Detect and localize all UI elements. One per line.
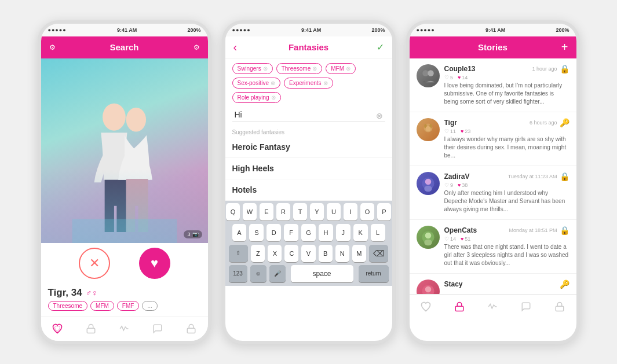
filter-icon[interactable]: ⚙ bbox=[49, 43, 56, 52]
story-couple13[interactable]: Couple13 1 hour ago 🔒 ♡ 5 ♥ 14 I love be… bbox=[410, 58, 576, 112]
back-icon[interactable]: ‹ bbox=[233, 41, 238, 54]
key-n[interactable]: N bbox=[335, 245, 349, 262]
add-story-icon[interactable]: + bbox=[561, 41, 568, 54]
avatar-stacy bbox=[417, 280, 440, 295]
key-y[interactable]: Y bbox=[310, 203, 324, 220]
time-2: 9:41 AM bbox=[301, 27, 321, 33]
dislike-button[interactable]: ✕ bbox=[79, 248, 110, 279]
key-b[interactable]: B bbox=[319, 245, 333, 262]
suggestion-heroic[interactable]: Heroic Fantasy bbox=[225, 137, 392, 158]
key-e[interactable]: E bbox=[260, 203, 273, 220]
lock-opencats: 🔒 bbox=[560, 226, 569, 235]
kb-row-1: Q W E R T Y U I O P bbox=[225, 201, 392, 222]
kb-row-2: A S D F G H J K L bbox=[225, 222, 392, 242]
bottom-nav-1 bbox=[41, 317, 208, 341]
key-c[interactable]: C bbox=[284, 245, 298, 262]
key-m[interactable]: M bbox=[352, 245, 366, 262]
key-return[interactable]: return bbox=[359, 265, 389, 282]
nav-messages[interactable] bbox=[147, 318, 168, 339]
tag-fmf[interactable]: FMF bbox=[117, 301, 140, 311]
ftag-role-playing[interactable]: Role playing ⊗ bbox=[232, 92, 281, 103]
key-l[interactable]: L bbox=[371, 224, 385, 241]
key-o[interactable]: O bbox=[360, 203, 374, 220]
nav3-messages[interactable] bbox=[516, 296, 536, 317]
key-t[interactable]: T bbox=[293, 203, 307, 220]
nav-profile-lock[interactable] bbox=[181, 318, 202, 339]
key-d[interactable]: D bbox=[266, 224, 281, 241]
nav-title-search: Search bbox=[109, 42, 138, 52]
nav-title-fantasies: Fantasies bbox=[289, 42, 328, 52]
nav-bar-stories: Stories + bbox=[410, 36, 576, 58]
key-r[interactable]: R bbox=[276, 203, 290, 220]
nav3-hearts[interactable] bbox=[415, 296, 436, 317]
stat-hearts-couple13: ♥ 14 bbox=[458, 75, 468, 80]
gender-icons: ♂♀ bbox=[86, 288, 98, 297]
key-p[interactable]: P bbox=[377, 203, 391, 220]
stat-hearts-tigr: ♥ 23 bbox=[461, 128, 470, 134]
battery-3: 200% bbox=[556, 27, 569, 33]
svg-point-0 bbox=[103, 104, 126, 131]
like-button[interactable]: ♥ bbox=[139, 248, 170, 279]
suggestion-heels[interactable]: High Heels bbox=[225, 158, 392, 179]
tag-threesome[interactable]: Threesome bbox=[48, 301, 88, 311]
key-mic[interactable]: 🎤 bbox=[269, 265, 286, 282]
key-q[interactable]: Q bbox=[226, 203, 240, 220]
ftag-sex-positive[interactable]: Sex-positive ⊗ bbox=[232, 78, 280, 89]
story-stats-opencats: ♡ 14 ♥ 51 bbox=[444, 236, 569, 242]
tag-mfm[interactable]: MFM bbox=[90, 301, 114, 311]
key-h[interactable]: H bbox=[319, 224, 333, 241]
settings-icon[interactable]: ⚙ bbox=[194, 43, 200, 52]
ftag-mfm[interactable]: MFM ⊗ bbox=[326, 63, 356, 74]
photo-count-badge: 3📷 bbox=[184, 230, 202, 238]
key-u[interactable]: U bbox=[327, 203, 341, 220]
story-content-zadirav: ZadiraV Tuesday at 11:23 AM 🔒 ♡ 9 ♥ 38 O… bbox=[444, 172, 569, 214]
key-x[interactable]: X bbox=[268, 245, 282, 262]
key-i[interactable]: I bbox=[344, 203, 357, 220]
kb-row-3: ⇧ Z X C V B N M ⌫ bbox=[225, 242, 392, 263]
nav3-lock[interactable] bbox=[449, 296, 470, 317]
story-content-couple13: Couple13 1 hour ago 🔒 ♡ 5 ♥ 14 I love be… bbox=[444, 64, 569, 106]
key-emoji[interactable]: ☺ bbox=[250, 265, 266, 282]
key-backspace[interactable]: ⌫ bbox=[369, 245, 389, 262]
key-w[interactable]: W bbox=[243, 203, 257, 220]
story-tigr[interactable]: Tigr 6 hours ago 🔑 ♡ 11 ♥ 23 I always wo… bbox=[410, 112, 576, 166]
svg-point-13 bbox=[424, 185, 432, 192]
nav-hearts[interactable] bbox=[47, 318, 68, 339]
nav-activity[interactable] bbox=[114, 318, 134, 339]
key-j[interactable]: J bbox=[336, 224, 351, 241]
ftag-swingers[interactable]: Swingers ⊗ bbox=[232, 63, 273, 74]
key-s[interactable]: S bbox=[249, 224, 264, 241]
key-f[interactable]: F bbox=[284, 224, 298, 241]
key-z[interactable]: Z bbox=[251, 245, 265, 262]
tag-more[interactable]: ... bbox=[142, 301, 157, 311]
nav-lock[interactable] bbox=[81, 318, 101, 339]
key-k[interactable]: K bbox=[353, 224, 368, 241]
lock-tigr: 🔑 bbox=[560, 118, 569, 127]
check-icon[interactable]: ✓ bbox=[377, 42, 384, 53]
search-clear-icon[interactable]: ⊗ bbox=[376, 111, 383, 120]
avatar-couple13 bbox=[417, 64, 440, 87]
story-opencats[interactable]: OpenCats Monday at 18:51 PM 🔒 ♡ 14 ♥ 51 … bbox=[410, 220, 576, 274]
nav3-profile[interactable] bbox=[549, 296, 570, 317]
ftag-experiments[interactable]: Experiments ⊗ bbox=[284, 78, 333, 89]
key-123[interactable]: 123 bbox=[229, 265, 247, 282]
suggestion-hotels[interactable]: Hotels bbox=[225, 179, 392, 201]
bottom-nav-3 bbox=[410, 295, 576, 319]
ftag-threesome[interactable]: Threesome ⊗ bbox=[276, 63, 323, 74]
key-g[interactable]: G bbox=[301, 224, 316, 241]
story-stacy[interactable]: Stacy 🔑 bbox=[410, 274, 576, 295]
key-space[interactable]: space bbox=[291, 265, 353, 282]
stories-list: Couple13 1 hour ago 🔒 ♡ 5 ♥ 14 I love be… bbox=[410, 58, 576, 295]
key-a[interactable]: A bbox=[232, 224, 247, 241]
story-header-couple13: Couple13 1 hour ago 🔒 bbox=[444, 64, 569, 73]
avatar-zadirav bbox=[417, 172, 440, 195]
key-v[interactable]: V bbox=[301, 245, 315, 262]
keyboard: Q W E R T Y U I O P A S D F G H bbox=[225, 201, 392, 286]
status-bar-1: ●●●●● 9:41 AM 200% bbox=[41, 24, 208, 36]
story-stats-zadirav: ♡ 9 ♥ 38 bbox=[444, 182, 569, 188]
fantasy-search-input[interactable] bbox=[232, 108, 385, 122]
story-text-zadirav: Only after meeting him I understood why … bbox=[444, 189, 569, 214]
story-zadirav[interactable]: ZadiraV Tuesday at 11:23 AM 🔒 ♡ 9 ♥ 38 O… bbox=[410, 166, 576, 220]
nav3-activity[interactable] bbox=[482, 296, 503, 317]
key-shift[interactable]: ⇧ bbox=[229, 245, 249, 262]
